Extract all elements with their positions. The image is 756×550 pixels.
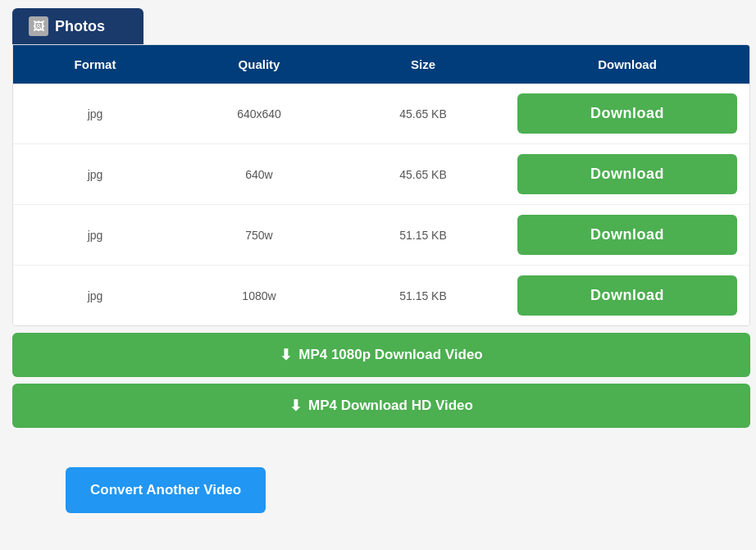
convert-another-video-button[interactable]: Convert Another Video xyxy=(66,467,266,513)
video-buttons-section: ⬇ MP4 1080p Download Video ⬇ MP4 Downloa… xyxy=(12,333,750,428)
quality-cell: 1080w xyxy=(177,275,341,317)
table-row: jpg 640x640 45.65 KB Download xyxy=(13,84,749,144)
table-header-row: Format Quality Size Download xyxy=(13,45,749,84)
quality-cell: 640x640 xyxy=(177,93,341,135)
table-row: jpg 750w 51.15 KB Download xyxy=(13,205,749,266)
size-cell: 51.15 KB xyxy=(341,214,505,257)
mp4-hd-label: MP4 Download HD Video xyxy=(308,398,473,414)
mp4-1080p-label: MP4 1080p Download Video xyxy=(298,347,483,363)
quality-header: Quality xyxy=(177,45,341,84)
download-button-3[interactable]: Download xyxy=(517,215,737,255)
size-header: Size xyxy=(341,45,505,84)
download-cell: Download xyxy=(505,144,749,204)
table-row: jpg 1080w 51.15 KB Download xyxy=(13,266,749,325)
download-button-4[interactable]: Download xyxy=(517,275,737,316)
format-cell: jpg xyxy=(13,153,177,196)
download-button-1[interactable]: Download xyxy=(517,93,737,134)
main-container: 🖼 Photos Format Quality Size Download jp… xyxy=(12,8,750,434)
download-header: Download xyxy=(505,45,749,84)
format-header: Format xyxy=(13,45,177,84)
format-cell: jpg xyxy=(13,275,177,317)
mp4-hd-download-button[interactable]: ⬇ MP4 Download HD Video xyxy=(12,384,750,428)
download-button-2[interactable]: Download xyxy=(517,154,737,194)
table-row: jpg 640w 45.65 KB Download xyxy=(13,144,749,205)
format-cell: jpg xyxy=(13,93,177,135)
size-cell: 45.65 KB xyxy=(341,93,505,135)
size-cell: 45.65 KB xyxy=(341,153,505,196)
mp4-1080p-download-button[interactable]: ⬇ MP4 1080p Download Video xyxy=(12,333,750,377)
download-arrow-icon: ⬇ xyxy=(280,346,292,364)
bottom-section: Convert Another Video xyxy=(12,434,750,513)
download-cell: Download xyxy=(505,266,749,325)
photos-tab[interactable]: 🖼 Photos xyxy=(12,8,143,44)
download-arrow-icon-2: ⬇ xyxy=(289,397,302,415)
download-cell: Download xyxy=(505,84,749,143)
tab-label: Photos xyxy=(55,18,105,35)
quality-cell: 750w xyxy=(177,214,341,257)
quality-cell: 640w xyxy=(177,153,341,196)
size-cell: 51.15 KB xyxy=(341,275,505,317)
photos-icon: 🖼 xyxy=(29,16,48,36)
format-cell: jpg xyxy=(13,214,177,257)
download-cell: Download xyxy=(505,205,749,265)
download-table: Format Quality Size Download jpg 640x640… xyxy=(12,44,750,326)
